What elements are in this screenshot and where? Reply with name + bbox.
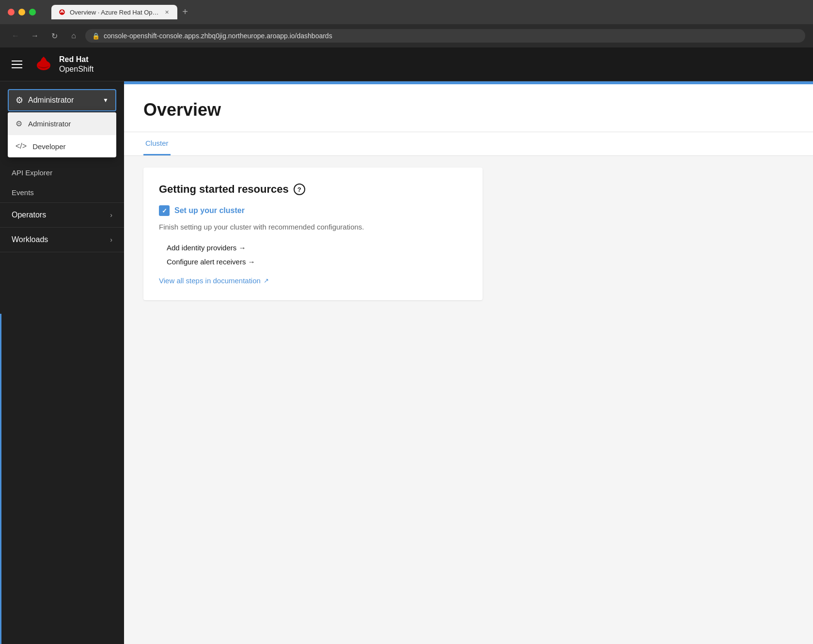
- doc-link-text: View all steps in documentation: [159, 276, 261, 285]
- checkbox-checked-icon: [159, 205, 170, 216]
- workloads-label: Workloads: [12, 235, 48, 244]
- logo-text: Red Hat OpenShift: [59, 55, 94, 73]
- tab-cluster[interactable]: Cluster: [143, 132, 171, 155]
- getting-started-card: Getting started resources ? Set up your …: [143, 168, 483, 300]
- perspective-label: Administrator: [28, 96, 98, 105]
- nav-group-operators[interactable]: Operators ›: [0, 203, 124, 227]
- maximize-button[interactable]: [29, 9, 36, 15]
- app-container: Red Hat OpenShift ⚙ Administrator ▼ ⚙ Ad…: [0, 47, 813, 644]
- perspective-selector: ⚙ Administrator ▼ ⚙ Administrator </> De…: [0, 81, 124, 119]
- setup-cluster-title[interactable]: Set up your cluster: [174, 206, 245, 215]
- api-explorer-label: API Explorer: [12, 169, 52, 177]
- help-icon[interactable]: ?: [294, 184, 305, 195]
- nav-section-workloads: Workloads ›: [0, 228, 124, 252]
- tab-close-button[interactable]: ✕: [163, 8, 171, 16]
- admin-gear-icon: ⚙: [16, 119, 22, 128]
- hamburger-button[interactable]: [12, 61, 22, 68]
- address-bar[interactable]: 🔒 console-openshift-console.apps.zhbq0ji…: [85, 29, 805, 43]
- nav-section-operators: Operators ›: [0, 203, 124, 228]
- perspective-button[interactable]: ⚙ Administrator ▼: [8, 89, 116, 111]
- dropdown-label-administrator: Administrator: [28, 120, 71, 128]
- close-button[interactable]: [8, 9, 15, 15]
- action-link-identity[interactable]: Add identity providers →: [159, 241, 467, 255]
- sidebar-item-api-explorer[interactable]: API Explorer: [0, 163, 124, 183]
- redhat-logo: [34, 55, 53, 74]
- browser-titlebar: Overview · Azure Red Hat Ope... ✕ +: [0, 0, 813, 24]
- events-label: Events: [12, 188, 34, 197]
- logo-container: Red Hat OpenShift: [34, 55, 94, 74]
- address-text: console-openshift-console.apps.zhbq0jig.…: [104, 32, 798, 40]
- back-button[interactable]: ←: [8, 28, 23, 44]
- dropdown-item-developer[interactable]: </> Developer: [8, 135, 116, 157]
- perspective-dropdown: ⚙ Administrator </> Developer: [8, 112, 116, 157]
- new-tab-button[interactable]: +: [178, 5, 192, 18]
- gear-icon: ⚙: [16, 95, 23, 106]
- tab-bar: Overview · Azure Red Hat Ope... ✕ +: [44, 5, 805, 19]
- brand-name-bottom: OpenShift: [59, 64, 94, 74]
- developer-code-icon: </>: [16, 142, 27, 151]
- brand-name-top: Red Hat: [59, 55, 94, 64]
- operators-label: Operators: [12, 211, 46, 219]
- action-link-alerts[interactable]: Configure alert receivers →: [159, 255, 467, 269]
- dropdown-item-administrator[interactable]: ⚙ Administrator: [8, 112, 116, 135]
- tab-cluster-label: Cluster: [145, 139, 169, 147]
- chevron-right-icon: ›: [110, 211, 112, 219]
- dropdown-label-developer: Developer: [32, 142, 65, 151]
- app-header: Red Hat OpenShift: [0, 47, 813, 81]
- tab-favicon: [58, 8, 66, 16]
- traffic-lights: [8, 9, 36, 15]
- page-title: Overview: [143, 100, 794, 120]
- reload-button[interactable]: ↻: [47, 28, 62, 44]
- sidebar-nav: Projects Search API Explorer Events Oper…: [0, 119, 124, 644]
- minimize-button[interactable]: [18, 9, 25, 15]
- lock-icon: 🔒: [92, 32, 100, 40]
- sidebar: ⚙ Administrator ▼ ⚙ Administrator </> De…: [0, 81, 124, 644]
- main-content: Overview Cluster Getting started resourc…: [124, 84, 813, 644]
- content-body: Getting started resources ? Set up your …: [124, 156, 813, 644]
- active-tab[interactable]: Overview · Azure Red Hat Ope... ✕: [51, 5, 177, 19]
- content-tabs: Cluster: [124, 132, 813, 156]
- browser-chrome: Overview · Azure Red Hat Ope... ✕ + ← → …: [0, 0, 813, 47]
- getting-started-title: Getting started resources: [159, 183, 289, 196]
- content-header: Overview: [124, 84, 813, 132]
- main-layout: ⚙ Administrator ▼ ⚙ Administrator </> De…: [0, 81, 813, 644]
- chevron-right-icon-2: ›: [110, 236, 112, 244]
- home-button[interactable]: ⌂: [66, 28, 81, 44]
- nav-group-workloads[interactable]: Workloads ›: [0, 228, 124, 252]
- doc-link[interactable]: View all steps in documentation ↗: [159, 276, 467, 285]
- forward-button[interactable]: →: [27, 28, 43, 44]
- sidebar-item-events[interactable]: Events: [0, 183, 124, 202]
- external-link-icon: ↗: [264, 277, 269, 284]
- setup-cluster-item: Set up your cluster: [159, 205, 467, 216]
- tab-title: Overview · Azure Red Hat Ope...: [70, 9, 159, 16]
- content-area: Overview Cluster Getting started resourc…: [124, 81, 813, 644]
- chevron-down-icon: ▼: [103, 97, 109, 104]
- sidebar-accent: [0, 314, 1, 644]
- browser-nav: ← → ↻ ⌂ 🔒 console-openshift-console.apps…: [0, 24, 813, 47]
- card-title: Getting started resources ?: [159, 183, 467, 196]
- setup-cluster-desc: Finish setting up your cluster with reco…: [159, 222, 467, 233]
